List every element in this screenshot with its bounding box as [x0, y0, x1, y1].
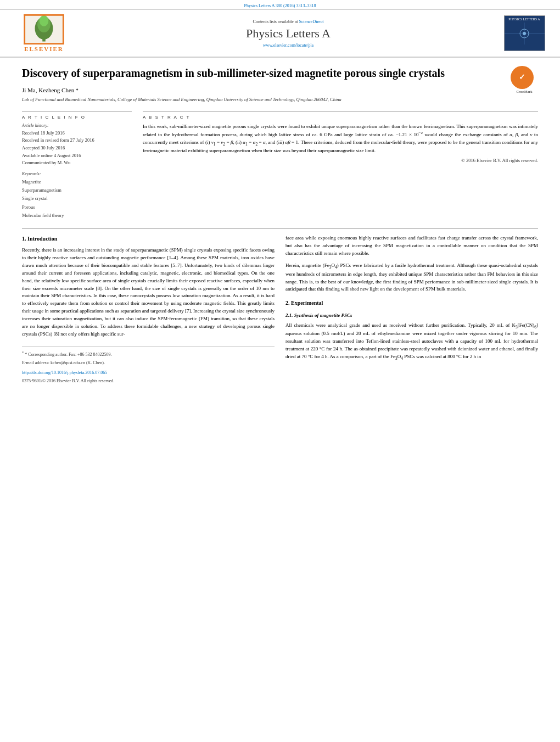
svg-rect-7	[24, 14, 25, 44]
intro-para-1: Recently, there is an increasing interes…	[22, 247, 275, 338]
experimental-para-1: All chemicals were analytical grade and …	[285, 322, 538, 362]
available-online-date: Available online 4 August 2016	[22, 152, 132, 160]
keyword-4: Porous	[22, 203, 132, 211]
intro-para-3: Herein, magnetite (Fe3O4) PSCs were fabr…	[285, 262, 538, 293]
author-names: Ji Ma, Kezheng Chen	[22, 87, 74, 93]
body-col-right: face area while exposing enormous highly…	[285, 235, 538, 384]
footer-copyright: 0375-9601/© 2016 Elsevier B.V. All right…	[22, 378, 275, 384]
doi-link[interactable]: http://dx.doi.org/10.1016/j.physleta.201…	[22, 370, 275, 376]
svg-rect-6	[24, 43, 64, 44]
page-wrapper: Physics Letters A 380 (2016) 3313–3318	[0, 0, 560, 395]
journal-header-center: Contents lists available at ScienceDirec…	[82, 19, 494, 48]
body-columns: 1. Introduction Recently, there is an in…	[22, 235, 538, 384]
authors-line: Ji Ma, Kezheng Chen *	[22, 87, 538, 93]
section-divider	[22, 228, 538, 229]
svg-point-13	[523, 32, 526, 35]
elsevier-brand-text: ELSEVIER	[24, 46, 64, 52]
elsevier-logo: ELSEVIER	[11, 14, 77, 52]
journal-cover-image: PHYSICS LETTERS A	[504, 15, 545, 51]
keyword-2: Superparamagnetism	[22, 186, 132, 194]
journal-title-main: Physics Letters A	[82, 26, 494, 41]
affiliation-text: Lab of Functional and Biomedical Nanomat…	[22, 97, 538, 103]
keywords-label: Keywords:	[22, 171, 132, 176]
footnote-area: * * Corresponding author. Fax: +86 532 8…	[22, 346, 275, 384]
crossmark-badge: ✓ CrossMark	[511, 66, 538, 93]
section1-title: 1. Introduction	[22, 235, 275, 243]
article-info-heading: A R T I C L E I N F O	[22, 115, 132, 120]
journal-cover-label: PHYSICS LETTERS A	[505, 16, 545, 23]
keyword-1: Magnetite	[22, 178, 132, 186]
journal-top-bar: Physics Letters A 380 (2016) 3313–3318	[0, 0, 560, 10]
article-content: Discovery of superparamagnetism in sub-m…	[0, 58, 560, 395]
section2-subsection: 2.1. Synthesis of magnetite PSCs	[285, 312, 538, 320]
svg-rect-5	[24, 14, 64, 16]
journal-url[interactable]: www.elsevier.com/locate/pla	[82, 43, 494, 48]
abstract-text: In this work, sub-millimeter-sized magne…	[143, 123, 538, 155]
journal-header-left: ELSEVIER	[11, 14, 77, 52]
abstract-heading: A B S T R A C T	[143, 115, 538, 120]
accepted-date: Accepted 30 July 2016	[22, 144, 132, 152]
corresponding-author-marker: *	[74, 87, 79, 93]
abstract-copyright: © 2016 Elsevier B.V. All rights reserved…	[143, 158, 538, 163]
journal-citation: Physics Letters A 380 (2016) 3313–3318	[244, 3, 316, 8]
intro-para-2: face area while exposing enormous highly…	[285, 235, 538, 258]
experimental-section: 2. Experimental 2.1. Synthesis of magnet…	[285, 299, 538, 361]
article-info-column: A R T I C L E I N F O Article history: R…	[22, 111, 132, 220]
contents-available-text: Contents lists available at ScienceDirec…	[82, 19, 494, 24]
crossmark-icon: ✓	[511, 66, 534, 89]
svg-point-4	[40, 15, 49, 26]
footnote-corresponding: * * Corresponding author. Fax: +86 532 8…	[22, 350, 275, 358]
journal-cover-graphic	[505, 23, 545, 44]
received-date: Received 18 July 2016	[22, 130, 132, 137]
section2-title: 2. Experimental	[285, 299, 538, 308]
body-col-left: 1. Introduction Recently, there is an in…	[22, 235, 275, 384]
journal-header-right: PHYSICS LETTERS A	[500, 15, 549, 51]
elsevier-tree-icon	[22, 14, 66, 44]
crossmark-label: CrossMark	[511, 90, 538, 94]
article-history-label: Article history:	[22, 123, 132, 128]
received-revised-date: Received in revised form 27 July 2016	[22, 137, 132, 144]
communicated-by: Communicated by M. Wu	[22, 159, 132, 167]
sciencedirect-link[interactable]: ScienceDirect	[299, 19, 324, 24]
article-title: Discovery of superparamagnetism in sub-m…	[22, 66, 538, 80]
article-info-abstract-section: A R T I C L E I N F O Article history: R…	[22, 111, 538, 220]
keyword-3: Single crystal	[22, 194, 132, 203]
footnote-email: E-mail address: kchen@qust.edu.cn (K. Ch…	[22, 360, 275, 366]
abstract-column: A B S T R A C T In this work, sub-millim…	[143, 111, 538, 220]
keyword-5: Molecular field theory	[22, 211, 132, 220]
journal-header: ELSEVIER Contents lists available at Sci…	[0, 10, 560, 58]
svg-rect-8	[63, 14, 64, 44]
